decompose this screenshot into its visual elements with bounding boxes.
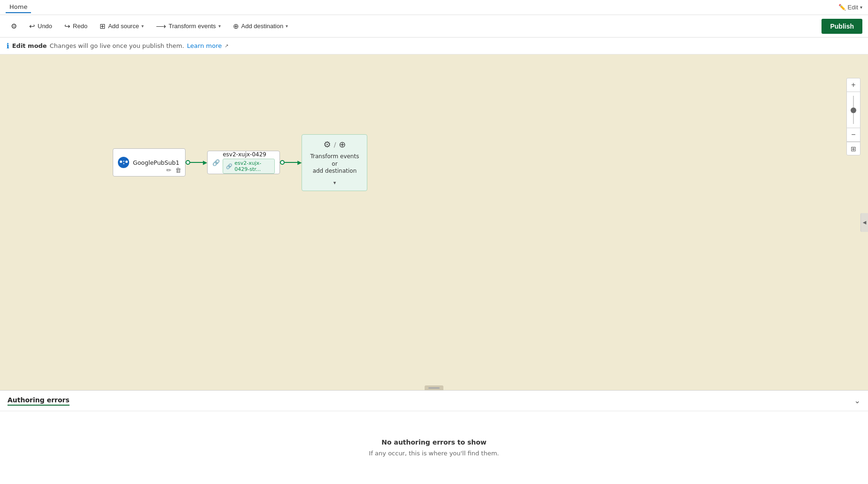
side-panel-toggle[interactable]: ◀ [860,213,868,232]
fit-view-button[interactable]: ⊞ [847,142,860,155]
edit-button[interactable]: ✏️ Edit ▾ [838,4,862,11]
gps-dot-3 [123,163,124,164]
source-delete-button[interactable]: 🗑 [174,166,182,174]
top-bar: Home ✏️ Edit ▾ [0,0,868,15]
add-source-button[interactable]: ⊞ Add source ▾ [94,19,149,34]
event-stream-icon: 🔗 [212,159,220,166]
add-destination-label: Add destination [241,23,284,30]
connector-line-2 [285,162,299,163]
edit-mode-label: Edit mode [12,42,47,49]
source-node-actions: ✏ 🗑 [165,166,182,174]
source-name: GooglePubSub1 [133,159,179,166]
panel-collapse-icon[interactable]: ⌄ [854,396,860,405]
connector-dot-2 [280,160,285,165]
redo-icon: ↪ [64,22,70,31]
gps-dot-4 [125,161,128,163]
undo-icon: ↩ [29,22,35,31]
event-stream-node[interactable]: 🔗 esv2-xujx-0429 🔗 esv2-xujx-0429-str... [207,151,280,174]
external-link-icon: ↗ [225,43,228,48]
learn-more-link[interactable]: Learn more [187,42,222,49]
event-stream-link-icon: 🔗 [226,163,232,169]
zoom-handle [851,108,856,113]
info-message: Changes will go live once you publish th… [50,42,184,49]
add-source-icon: ⊞ [100,22,106,31]
no-errors-title: No authoring errors to show [381,438,487,446]
info-bar: ℹ Edit mode Changes will go live once yo… [0,38,868,54]
add-destination-chevron-icon: ▾ [286,23,288,29]
side-toggle-icon: ◀ [863,220,867,225]
arrow-2: ▶ [297,159,302,166]
no-errors-sub: If any occur, this is where you'll find … [369,450,499,457]
event-stream-name: esv2-xujx-0429 [223,151,275,158]
transform-events-label: Transform events [169,23,216,30]
connector-1: ▶ [186,159,207,166]
transform-chevron-icon: ▾ [218,23,221,29]
collapse-handle-bar [428,387,440,389]
gear-icon: ⚙ [11,22,17,31]
source-node[interactable]: GooglePubSub1 ✏ 🗑 [113,148,186,177]
panel-title: Authoring errors [8,396,70,406]
zoom-in-button[interactable]: + [847,78,860,92]
arrow-1: ▶ [203,159,207,166]
gps-dot-2 [123,161,124,162]
connector-2: ▶ [280,159,302,166]
info-icon: ℹ [7,42,9,50]
edit-chevron-icon: ▾ [860,5,862,10]
panel-header: Authoring errors ⌄ [0,391,868,411]
edit-label: Edit [848,4,858,11]
flow-diagram: GooglePubSub1 ✏ 🗑 ▶ 🔗 esv2-xujx-0429 🔗 e… [113,134,367,191]
settings-button[interactable]: ⚙ [6,19,22,34]
dest-chevron-icon: ▾ [333,180,336,186]
zoom-controls: + − ⊞ [846,78,860,155]
event-stream-short: esv2-xujx-0429-str... [234,160,271,172]
edit-icon: ✏️ [838,4,846,11]
dest-label-line1: Transform events or [310,153,359,167]
dest-label: Transform events or add destination [307,153,362,175]
undo-button[interactable]: ↩ Undo [24,19,57,34]
redo-button[interactable]: ↪ Redo [59,19,93,34]
transform-dest-icon: ⚙ [323,139,331,149]
zoom-slider[interactable] [853,92,854,128]
connector-line-1 [190,162,204,163]
transform-icon: ⟶ [156,22,166,31]
transform-events-button[interactable]: ⟶ Transform events ▾ [151,19,226,34]
google-pubsub-icon [118,157,129,168]
dest-separator: / [334,141,336,148]
dest-label-line2: add destination [313,168,357,174]
redo-label: Redo [73,23,87,30]
publish-button[interactable]: Publish [822,19,862,34]
add-destination-button[interactable]: ⊕ Add destination ▾ [228,19,294,34]
panel-content: No authoring errors to show If any occur… [0,411,868,484]
add-dest-icon: ⊕ [339,139,346,149]
collapse-handle[interactable] [425,385,443,390]
bottom-panel: Authoring errors ⌄ No authoring errors t… [0,390,868,484]
add-source-label: Add source [108,23,139,30]
connector-dot-1 [186,160,190,165]
canvas: GooglePubSub1 ✏ 🗑 ▶ 🔗 esv2-xujx-0429 🔗 e… [0,54,868,390]
undo-label: Undo [38,23,52,30]
home-tab[interactable]: Home [6,1,31,13]
destination-node[interactable]: ⚙ / ⊕ Transform events or add destinatio… [302,134,367,191]
dest-icons: ⚙ / ⊕ [323,139,346,149]
add-source-chevron-icon: ▾ [141,23,144,29]
gps-dot-1 [120,161,122,163]
source-edit-button[interactable]: ✏ [165,166,172,174]
add-destination-icon: ⊕ [233,22,239,31]
toolbar: ⚙ ↩ Undo ↪ Redo ⊞ Add source ▾ ⟶ Transfo… [0,15,868,38]
zoom-out-button[interactable]: − [847,128,860,141]
zoom-track [853,96,854,124]
